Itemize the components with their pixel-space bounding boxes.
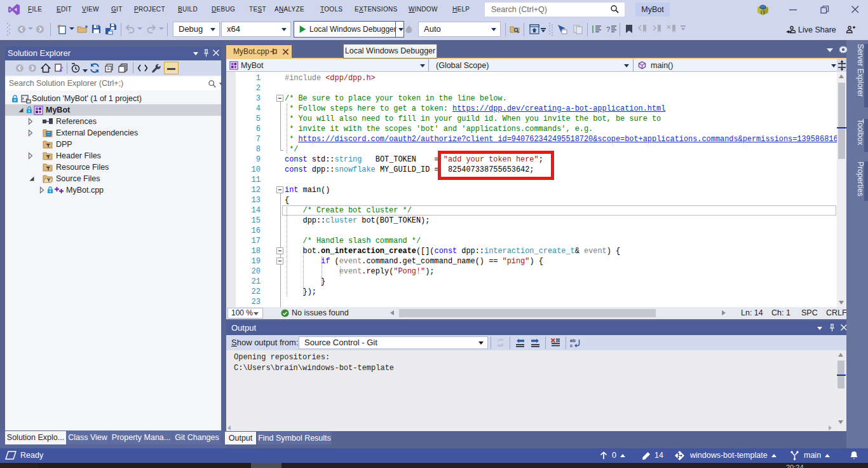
svg-text:c: c — [570, 343, 573, 348]
svg-text:?: ? — [606, 25, 610, 33]
